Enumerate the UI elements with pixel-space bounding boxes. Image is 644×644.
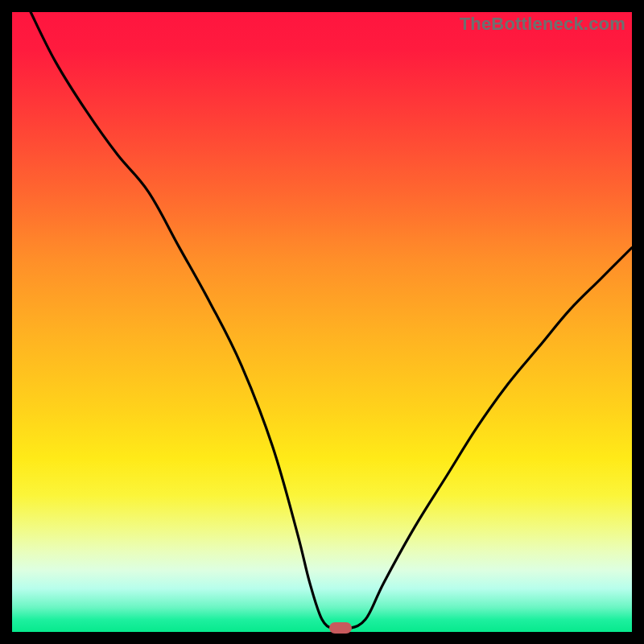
plot-area: TheBottleneck.com: [12, 12, 632, 632]
curve-path: [31, 12, 632, 630]
chart-frame: TheBottleneck.com: [0, 0, 644, 644]
bottleneck-curve: [12, 12, 632, 632]
optimal-marker: [329, 622, 352, 634]
